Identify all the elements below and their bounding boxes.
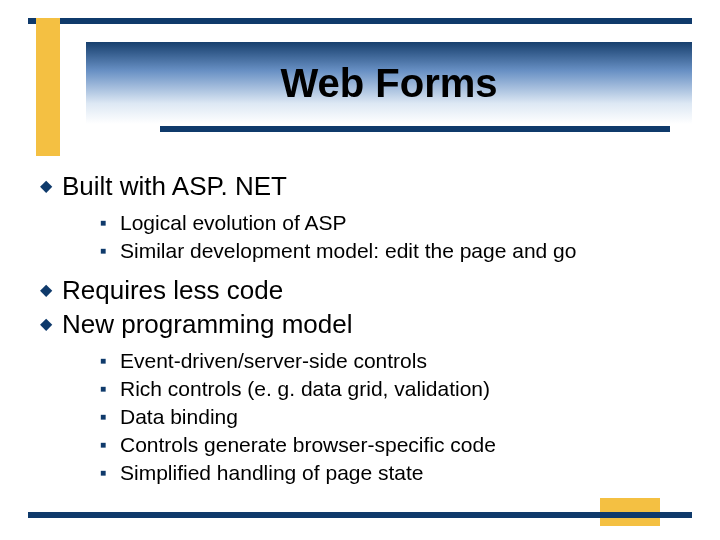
bullet-level2: ■ Controls generate browser-specific cod… <box>96 432 690 458</box>
bottom-horizontal-rule <box>28 512 692 518</box>
bottom-accent-bar-lower <box>600 518 660 526</box>
sub-bullet-group: ■ Logical evolution of ASP ■ Similar dev… <box>96 210 690 264</box>
square-bullet-icon: ■ <box>96 404 110 430</box>
bullet-text: Requires less code <box>62 274 283 306</box>
accent-vertical-bar <box>36 18 60 156</box>
sub-bullet-text: Event-driven/server-side controls <box>120 348 427 374</box>
diamond-bullet-icon: ◆ <box>38 170 54 202</box>
square-bullet-icon: ■ <box>96 210 110 236</box>
bullet-level2: ■ Data binding <box>96 404 690 430</box>
sub-bullet-text: Simplified handling of page state <box>120 460 424 486</box>
bullet-level2: ■ Similar development model: edit the pa… <box>96 238 690 264</box>
sub-bullet-text: Rich controls (e. g. data grid, validati… <box>120 376 490 402</box>
bullet-level1: ◆ New programming model <box>38 308 690 340</box>
slide-title: Web Forms <box>280 61 497 106</box>
title-underline <box>160 126 670 132</box>
square-bullet-icon: ■ <box>96 460 110 486</box>
sub-bullet-text: Controls generate browser-specific code <box>120 432 496 458</box>
sub-bullet-text: Logical evolution of ASP <box>120 210 347 236</box>
diamond-bullet-icon: ◆ <box>38 308 54 340</box>
sub-bullet-group: ■ Event-driven/server-side controls ■ Ri… <box>96 348 690 486</box>
sub-bullet-text: Similar development model: edit the page… <box>120 238 576 264</box>
square-bullet-icon: ■ <box>96 348 110 374</box>
bullet-level2: ■ Rich controls (e. g. data grid, valida… <box>96 376 690 402</box>
content-area: ◆ Built with ASP. NET ■ Logical evolutio… <box>38 160 690 496</box>
bullet-level2: ■ Simplified handling of page state <box>96 460 690 486</box>
bullet-level2: ■ Logical evolution of ASP <box>96 210 690 236</box>
bullet-level1: ◆ Requires less code <box>38 274 690 306</box>
diamond-bullet-icon: ◆ <box>38 274 54 306</box>
top-horizontal-rule <box>28 18 692 24</box>
bottom-accent-bar <box>600 498 660 512</box>
bullet-level2: ■ Event-driven/server-side controls <box>96 348 690 374</box>
bullet-level1: ◆ Built with ASP. NET <box>38 170 690 202</box>
square-bullet-icon: ■ <box>96 376 110 402</box>
sub-bullet-text: Data binding <box>120 404 238 430</box>
bullet-text: Built with ASP. NET <box>62 170 287 202</box>
square-bullet-icon: ■ <box>96 238 110 264</box>
bullet-text: New programming model <box>62 308 352 340</box>
title-band: Web Forms <box>86 42 692 124</box>
square-bullet-icon: ■ <box>96 432 110 458</box>
